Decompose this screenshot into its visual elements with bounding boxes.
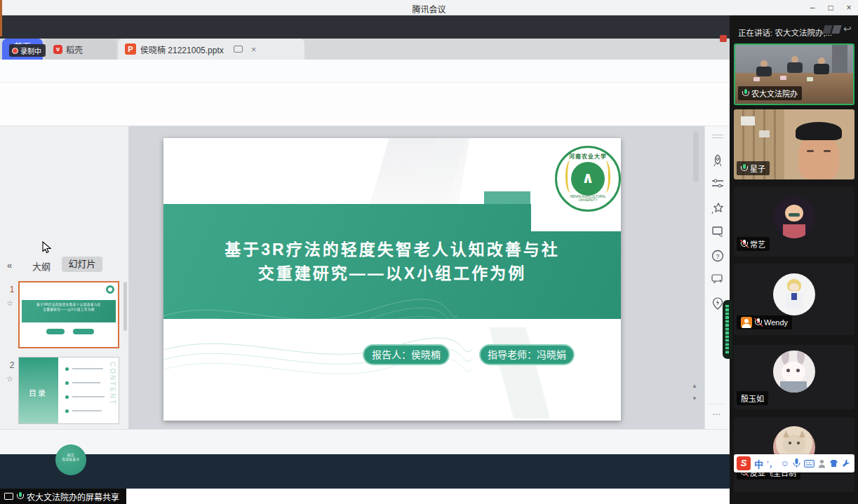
screen: 腾讯会议 – □ × 首页 v 稻壳 P 侯晓楠 21221005.pptx ×… [0, 0, 858, 504]
mic-muted-icon [755, 318, 761, 327]
participant-tile[interactable]: Wendy [734, 264, 854, 335]
skin-icon[interactable] [829, 459, 838, 468]
animation-star-icon: ☆ [6, 299, 13, 308]
effects-star-icon[interactable] [711, 202, 724, 214]
meeting-audio-level-tab[interactable] [723, 300, 732, 359]
soft-keyboard-icon[interactable] [804, 460, 815, 468]
logo-cn-text: 河南农业大学 [557, 152, 619, 160]
close-tab-icon[interactable]: × [251, 44, 257, 55]
prev-slide-button[interactable]: ▲ [692, 384, 697, 388]
participant-label: 常艺 [737, 237, 770, 251]
wps-tabbar: 首页 v 稻壳 P 侯晓楠 21221005.pptx × + 1 访客登录 –… [0, 39, 730, 60]
feedback-icon[interactable] [711, 273, 724, 285]
eye [807, 150, 814, 152]
text-bar [72, 382, 100, 383]
eye [797, 442, 800, 444]
sogou-ime-bar[interactable]: S 中 ’， ☺ [734, 454, 854, 472]
more-tools-icon[interactable]: ⋯ [712, 409, 721, 419]
university-logo: 河南农业大学 ∧ HENAN AGRICULTURAL UNIVERSITY [555, 146, 621, 212]
mouse-cursor [42, 241, 52, 254]
minimize-button[interactable]: – [804, 2, 821, 14]
participant-tile[interactable]: 星子 [734, 109, 854, 179]
document-title: 侯晓楠 21221005.pptx [140, 43, 224, 55]
host-badge-icon [741, 317, 752, 328]
eye [796, 369, 800, 372]
emoji-icon[interactable]: ☺ [781, 458, 789, 468]
svg-text:?: ? [716, 253, 720, 260]
wps-menubar: ☰ 文件 ⌄ ↶ ↷ ⌄ 开始 插入 设计 切换 动画 放映 审阅 视图 › 查… [0, 60, 730, 83]
tab-docer[interactable]: v 稻壳 [45, 39, 116, 60]
participant-label: 农大文法院办 [738, 86, 802, 100]
voice-input-icon[interactable] [793, 458, 800, 468]
text-bar [72, 410, 102, 411]
slide-number: 2 [7, 360, 17, 370]
wps-top-strip [0, 15, 730, 39]
sogou-logo-icon[interactable]: S [737, 456, 751, 470]
panel-scrollbar[interactable] [123, 282, 127, 331]
eye [786, 369, 790, 372]
rabbit-vest [780, 381, 807, 393]
thumb-logo-icon [106, 285, 114, 294]
cat-ear [783, 430, 789, 437]
mic-icon [17, 492, 23, 500]
shelf-box [741, 116, 755, 125]
slide-number: 1 [7, 285, 17, 294]
close-button[interactable]: × [840, 2, 857, 14]
wps-ribbon: 粘贴 ⌄ ✂ 剪切 复制 格式刷 当页开始 ⌄ 新建幻灯片 ⌄ 版式 ⌄ 重置 … [0, 83, 730, 126]
logo-emblem: ∧ [571, 162, 605, 196]
participant-tile[interactable]: 常艺 [734, 186, 854, 257]
present-display-icon[interactable] [711, 226, 724, 237]
punctuation-icon[interactable]: ’， [767, 458, 777, 470]
table-item [753, 77, 760, 81]
thumb-pill [73, 329, 94, 334]
person-body [756, 67, 772, 76]
back-arrow-icon[interactable]: ↩ [843, 23, 852, 34]
participant-label: 殷玉如 [737, 391, 768, 405]
band-step [484, 191, 530, 204]
tab-document[interactable]: P 侯晓楠 21221005.pptx × [118, 39, 304, 60]
slide-thumbnail-1[interactable]: 基于3R疗法的轻度失智老人认知改善与社 交重建研究——以X小组工作为例 [18, 281, 119, 348]
participant-tile[interactable]: 殷玉如 [734, 345, 854, 409]
mic-on-icon [741, 164, 747, 172]
recording-badge: 录制中 [9, 44, 46, 57]
windows-taskbar: W ∧ 中 9:05 2022/5/15 [0, 454, 730, 489]
settings-sliders-icon[interactable] [711, 178, 724, 189]
cat-ear [799, 430, 805, 437]
restore-button[interactable]: □ [822, 2, 839, 14]
drag-grip[interactable] [712, 135, 723, 138]
divider [709, 404, 726, 404]
red-badge-icon [720, 35, 727, 42]
participant-label: 星子 [737, 161, 770, 175]
logo-box: 河南农业大学 ∧ HENAN AGRICULTURAL UNIVERSITY [531, 138, 621, 231]
thumb-toc-label: 目录 [29, 387, 47, 398]
layout-toggle-icon[interactable] [831, 25, 841, 34]
help-icon[interactable]: ? [711, 250, 724, 262]
slide-panel: « 大纲 幻灯片 1 ☆ 基于3R疗法的轻度失智老人认知改善与社 交重建研究——… [0, 126, 129, 429]
collapse-panel-icon[interactable]: « [7, 260, 12, 271]
toolbox-wrench-icon[interactable] [842, 459, 850, 468]
eye [789, 442, 791, 444]
canvas-scrollbar[interactable] [693, 132, 699, 182]
bottom-strip: 农大文法院办的屏幕共享 [0, 489, 730, 504]
bullet-dot [65, 367, 69, 371]
tab-outline[interactable]: 大纲 [32, 259, 51, 273]
participant-tile[interactable]: 农大文法院办 [734, 43, 854, 105]
tab-slides[interactable]: 幻灯片 [62, 257, 102, 272]
slide-thumbnail-2[interactable]: 目录 CONTENT [18, 357, 119, 424]
wps-statusbar: 幻灯片 1 / 20 第一PPT，www.1ppt.com T? 缺失字体 智能… [0, 429, 730, 454]
next-slide-button[interactable]: ▼ [692, 397, 697, 401]
eye [824, 150, 831, 152]
docer-logo-icon: v [53, 45, 62, 54]
mic-muted-icon [741, 240, 747, 248]
text-bar [72, 368, 103, 369]
slide-editor[interactable]: 河南农业大学 ∧ HENAN AGRICULTURAL UNIVERSITY 基… [163, 138, 621, 421]
avatar [773, 350, 815, 393]
thumb-circle: 研究 背景和意义 [55, 444, 86, 475]
profile-icon[interactable] [818, 459, 826, 468]
avatar-ribbon [791, 293, 797, 300]
ime-mode-icon[interactable]: 中 [754, 457, 763, 470]
ppt-file-icon: P [125, 43, 136, 55]
rocket-icon[interactable] [711, 154, 724, 167]
recording-dot-icon [12, 48, 18, 54]
slide-title-line2: 交重建研究——以X小组工作为例 [163, 260, 621, 284]
